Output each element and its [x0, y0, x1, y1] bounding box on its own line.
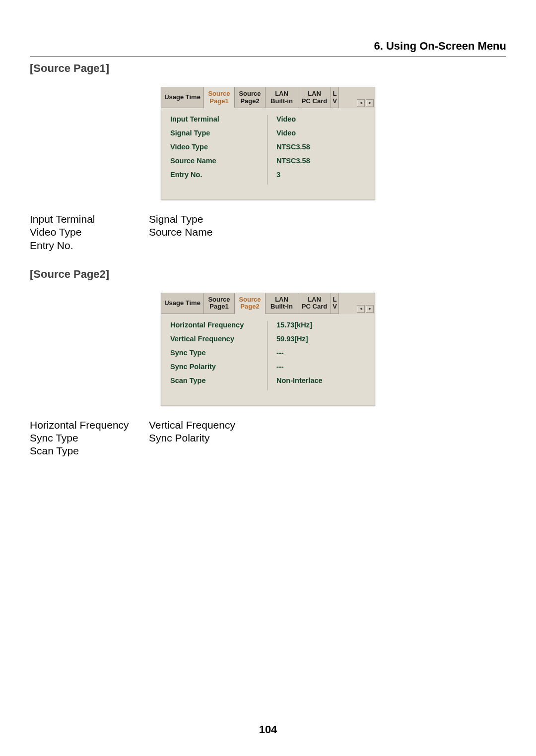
tab-overflow[interactable]: L V: [331, 87, 339, 108]
tab-lan-builtin[interactable]: LAN Built-in: [266, 87, 298, 108]
tab-source-page2[interactable]: Source Page2: [235, 87, 266, 108]
osd-label: Sync Type: [170, 349, 267, 357]
osd-body: Horizontal Frequency Vertical Frequency …: [161, 314, 375, 405]
osd-value: ---: [276, 349, 367, 357]
osd-value: 3: [276, 171, 367, 179]
osd-values-col: Video Video NTSC3.58 NTSC3.58 3: [267, 115, 367, 185]
osd-value: Video: [276, 115, 367, 123]
tab-scroll-right-icon[interactable]: ▸: [366, 305, 374, 313]
osd-values-col: 15.73[kHz] 59.93[Hz] --- --- Non-Interla…: [267, 321, 367, 390]
field-name: Signal Type: [149, 213, 268, 226]
field-name: Vertical Frequency: [149, 419, 268, 432]
osd-value: Video: [276, 129, 367, 137]
tab-row: Usage Time Source Page1 Source Page2 LAN…: [161, 293, 375, 314]
field-name: Entry No.: [30, 239, 149, 252]
field-name: Video Type: [30, 226, 149, 239]
tab-scroll-right-icon[interactable]: ▸: [366, 99, 374, 107]
osd-labels-col: Horizontal Frequency Vertical Frequency …: [170, 321, 267, 390]
osd-label: Entry No.: [170, 171, 267, 179]
osd-value: ---: [276, 363, 367, 371]
osd-body: Input Terminal Signal Type Video Type So…: [161, 108, 375, 199]
field-name: Source Name: [149, 226, 268, 239]
osd-label: Sync Polarity: [170, 363, 267, 371]
page-root: 6. Using On-Screen Menu [Source Page1] U…: [0, 0, 536, 756]
tab-scroll-left-icon[interactable]: ◂: [357, 99, 365, 107]
osd-value: 59.93[Hz]: [276, 335, 367, 343]
field-name: Sync Polarity: [149, 432, 268, 444]
tab-lan-builtin[interactable]: LAN Built-in: [266, 293, 298, 314]
osd-value: NTSC3.58: [276, 157, 367, 165]
osd-value: 15.73[kHz]: [276, 321, 367, 329]
tab-lan-pccard[interactable]: LAN PC Card: [298, 87, 331, 108]
field-name: Sync Type: [30, 432, 149, 444]
tab-source-page1[interactable]: Source Page1: [204, 87, 235, 108]
tab-source-page1[interactable]: Source Page1: [204, 293, 235, 314]
section-heading-source-page2: [Source Page2]: [30, 268, 506, 281]
field-list-col: Vertical Frequency Sync Polarity: [149, 419, 268, 458]
tab-scrollers: ◂ ▸: [357, 99, 374, 107]
tab-scrollers: ◂ ▸: [357, 305, 374, 313]
osd-label: Scan Type: [170, 377, 267, 384]
osd-value: Non-Interlace: [276, 377, 367, 384]
tab-row: Usage Time Source Page1 Source Page2 LAN…: [161, 87, 375, 108]
field-list-col: Horizontal Frequency Sync Type Scan Type: [30, 419, 149, 458]
osd-label: Source Name: [170, 157, 267, 165]
tab-usage-time[interactable]: Usage Time: [161, 87, 204, 108]
tab-usage-time[interactable]: Usage Time: [161, 293, 204, 314]
osd-label: Horizontal Frequency: [170, 321, 267, 329]
osd-label: Vertical Frequency: [170, 335, 267, 343]
tab-source-page2[interactable]: Source Page2: [235, 293, 266, 314]
field-name: Scan Type: [30, 444, 149, 457]
field-list-source-page2: Horizontal Frequency Sync Type Scan Type…: [30, 419, 506, 458]
osd-value: NTSC3.58: [276, 143, 367, 151]
osd-window-source-page2: Usage Time Source Page1 Source Page2 LAN…: [161, 293, 375, 406]
field-list-col: Input Terminal Video Type Entry No.: [30, 213, 149, 252]
divider: [30, 57, 506, 57]
field-list-col: Signal Type Source Name: [149, 213, 268, 252]
field-name: Horizontal Frequency: [30, 419, 149, 432]
chapter-title: 6. Using On-Screen Menu: [30, 40, 506, 53]
osd-window-source-page1: Usage Time Source Page1 Source Page2 LAN…: [161, 87, 375, 200]
osd-label: Signal Type: [170, 129, 267, 137]
section-heading-source-page1: [Source Page1]: [30, 62, 506, 75]
osd-label: Video Type: [170, 143, 267, 151]
tab-scroll-left-icon[interactable]: ◂: [357, 305, 365, 313]
tab-overflow[interactable]: L V: [331, 293, 339, 314]
field-name: Input Terminal: [30, 213, 149, 226]
field-list-source-page1: Input Terminal Video Type Entry No. Sign…: [30, 213, 506, 252]
osd-label: Input Terminal: [170, 115, 267, 123]
osd-labels-col: Input Terminal Signal Type Video Type So…: [170, 115, 267, 185]
page-number: 104: [0, 723, 536, 736]
tab-lan-pccard[interactable]: LAN PC Card: [298, 293, 331, 314]
